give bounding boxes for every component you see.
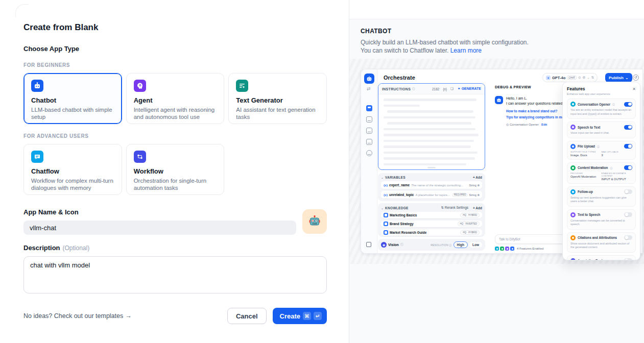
preview-heading: CHATBOT — [361, 28, 633, 35]
app-type-label: Workflow — [134, 167, 217, 176]
mock-add-variable: + Add — [473, 176, 482, 179]
mock-collapse-icon — [366, 242, 371, 247]
templates-link[interactable]: No ideas? Check out our templates→ — [23, 312, 132, 320]
mock-rerank-settings: ⇅ Rerank Settings — [441, 206, 468, 210]
mock-variable-row: {x} expert_name The name of the strategi… — [381, 181, 482, 189]
description-label: Description — [23, 244, 60, 252]
conversation-opener-icon — [570, 102, 576, 107]
text-to-speech-icon — [570, 212, 576, 217]
close-icon: ✕ — [632, 87, 636, 91]
page-title: Create from Blank — [23, 22, 327, 33]
feature-item-file-upload: File Upload ⓘ SUPPORT FILE TYPESImage, D… — [567, 141, 636, 160]
mock-info-icon: ⓘ — [412, 87, 415, 91]
mock-copy-icon: ❏ — [450, 87, 454, 91]
text-generator-icon — [236, 80, 248, 92]
mock-features-panel: Features ✕ Enhance web app user experien… — [562, 82, 640, 260]
microphone-icon — [570, 125, 576, 130]
mock-add-knowledge: + Add — [473, 206, 482, 210]
mock-nav-notes-icon — [366, 139, 372, 145]
feature-item-annotation-reply: Annotation Reply — [567, 255, 636, 261]
mock-instructions-panel: INSTRUCTIONS ⓘ 2182 {x} ❏ ✦ GENERATE — [378, 83, 485, 170]
app-name-input[interactable] — [23, 220, 296, 235]
feature-dot-icon — [505, 247, 509, 251]
toggle-off — [624, 235, 632, 240]
app-type-label: Agent — [134, 96, 217, 105]
app-type-card-chatbot[interactable]: Chatbot LLM-based chatbot with simple se… — [23, 73, 122, 124]
mock-knowledge-section: ⌄ KNOWLEDGE ⇅ Rerank Settings + Add Mark… — [378, 203, 485, 237]
mock-nav-logs-icon — [366, 128, 372, 134]
beginner-cards: Chatbot LLM-based chatbot with simple se… — [23, 73, 327, 124]
toggle-on — [624, 165, 632, 170]
preview-topbar — [349, 0, 644, 19]
eye-icon: ◉ — [381, 242, 387, 248]
choose-app-type-label: Choose App Type — [23, 45, 327, 53]
mock-resolution-low: Low — [469, 242, 482, 248]
toggle-off — [624, 258, 632, 260]
mock-knowledge-row: Market Research Guide HQ · HYBRID — [381, 229, 482, 236]
app-type-desc: AI assistant for text generation tasks — [236, 106, 319, 120]
enter-key-icon: ↵ — [314, 312, 322, 320]
mock-variable-row: {x} unrelated_topic A placeholder for to… — [381, 191, 482, 199]
create-button[interactable]: Create ⌘ ↵ — [273, 308, 327, 324]
feature-dot-icon — [495, 247, 499, 251]
modal-corner — [15, 4, 29, 17]
feature-item-citations: Citations and Attributions Show source d… — [567, 232, 636, 253]
mock-nav-orchestrate-icon — [366, 105, 372, 111]
mock-vision-row: ◉ Vision ⓘ RESOLUTION ⓘ High Low — [378, 239, 485, 251]
annotation-reply-icon — [570, 258, 576, 261]
mock-model-selector: ✦ GPT-4o CHAT ⊙ ⚙ ⌄ ⇅ — [542, 73, 598, 82]
mock-switch-icon: ⇄ — [367, 86, 371, 91]
feature-dot-icon — [510, 247, 514, 251]
app-name-label: App Name & Icon — [23, 208, 327, 216]
toggle-on — [624, 102, 632, 107]
mock-resolution-high: High — [454, 241, 468, 248]
preview-stage: ⇄ Orchestrate ✦ GPT-4o CHAT ⊙ — [349, 59, 644, 264]
mock-edit-link: Edit — [541, 123, 547, 126]
mock-app-icon — [364, 74, 374, 84]
learn-more-link[interactable]: Learn more — [450, 47, 482, 54]
feature-item-speech-to-text: Speech to Text Voice input can be used i… — [567, 121, 636, 138]
workflow-icon — [134, 151, 146, 163]
mock-tune-icon: ⇅ — [591, 76, 594, 80]
app-icon-picker[interactable] — [302, 209, 327, 234]
mock-debug-title: DEBUG & PREVIEW — [495, 85, 531, 89]
mock-nav-settings-icon — [366, 150, 372, 156]
app-type-desc: Workflow for complex multi-turn dialogue… — [31, 177, 114, 191]
mock-instructions-skeleton — [378, 94, 485, 170]
agent-icon — [134, 80, 146, 92]
chevron-down-icon: ⌄ — [381, 176, 384, 179]
app-type-card-workflow[interactable]: Workflow Orchestration for single-turn a… — [126, 144, 225, 195]
toggle-off — [624, 189, 632, 194]
mock-gear-icon: ⚙ — [582, 76, 585, 80]
mock-publish-button: Publish⌄ — [605, 73, 632, 82]
mock-features-enabled-row: 4 Features Enabled — [495, 247, 543, 251]
toggle-off — [624, 212, 632, 217]
create-form-panel: Create from Blank Choose App Type FOR BE… — [0, 0, 349, 343]
mock-orchestrate-title: Orchestrate — [384, 75, 415, 81]
app-type-card-chatflow[interactable]: Chatflow Workflow for complex multi-turn… — [23, 144, 122, 195]
app-type-card-agent[interactable]: Agent Intelligent agent with reasoning a… — [126, 73, 225, 124]
for-advanced-label: FOR ADVANCED USERS — [23, 133, 327, 139]
app-type-label: Text Generator — [236, 96, 319, 105]
cmd-key-icon: ⌘ — [303, 312, 311, 320]
mock-sidebar: ⇄ — [361, 69, 377, 253]
preview-panel: CHATBOT Quickly build an LLM-based chatb… — [349, 0, 644, 343]
moderation-icon — [570, 165, 576, 170]
mock-chevron-down-icon: ⌄ — [587, 76, 589, 80]
app-type-card-text-generator[interactable]: Text Generator AI assistant for text gen… — [228, 73, 327, 124]
mock-knowledge-row: Brand Strategy HQ · INVERTED — [381, 220, 482, 227]
app-type-label: Chatbot — [31, 96, 114, 105]
cancel-button[interactable]: Cancel — [227, 308, 267, 324]
preview-description: Quickly build an LLM-based chatbot with … — [361, 38, 534, 55]
mock-nav-image-icon — [366, 116, 372, 122]
document-icon — [384, 222, 388, 226]
description-optional-label: (Optional) — [63, 244, 90, 252]
app-type-desc: Intelligent agent with reasoning and aut… — [134, 106, 217, 120]
description-textarea[interactable] — [23, 256, 327, 293]
mock-variables-section: ⌄ VARIABLES + Add {x} expert_name The na… — [378, 173, 485, 201]
mock-knowledge-row: Marketing Basics HQ · HYBRID — [381, 212, 482, 218]
mock-history-icon: ↺ — [633, 75, 639, 81]
advanced-cards: Chatflow Workflow for complex multi-turn… — [23, 144, 327, 195]
document-icon — [384, 213, 388, 217]
robot-emoji-icon — [308, 215, 321, 228]
